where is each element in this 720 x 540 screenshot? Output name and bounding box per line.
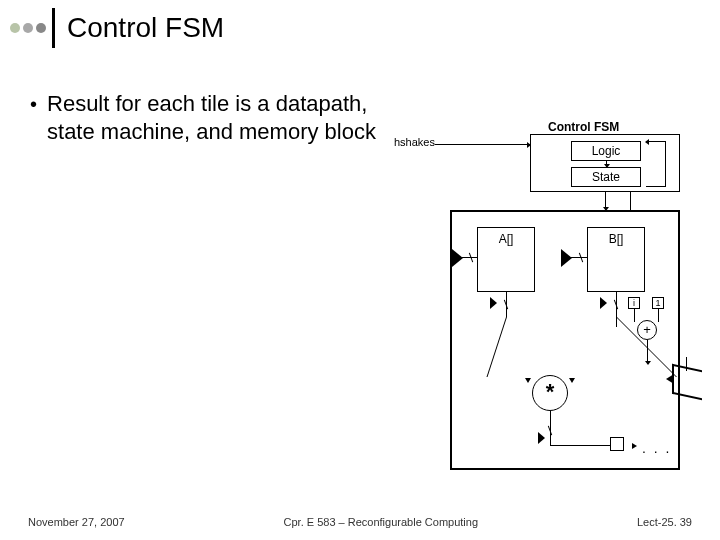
wire (658, 309, 659, 322)
output-shape-icon (672, 364, 702, 400)
handshake-arrow-icon (435, 144, 530, 145)
handshake-label: hshakes (394, 136, 435, 148)
decor-dot (10, 23, 20, 33)
wire (686, 357, 687, 371)
logic-box: Logic (571, 141, 641, 161)
state-box: State (571, 167, 641, 187)
enable-b-icon (600, 297, 607, 309)
arrow-down-icon (605, 192, 606, 210)
bullet-marker: • (30, 92, 37, 116)
footer-date: November 27, 2007 (28, 516, 125, 528)
datapath-box: A[] B[] i 1 + * . . . (450, 210, 680, 470)
bullet-block: • Result for each tile is a datapath, st… (30, 90, 390, 146)
decor-dot (36, 23, 46, 33)
decor-dots (10, 23, 46, 33)
memory-b: B[] (587, 227, 645, 292)
enable-mul-icon (538, 432, 545, 444)
wire (550, 411, 551, 445)
wire (634, 309, 635, 322)
wire (550, 445, 610, 446)
footer-page: Lect-25. 39 (637, 516, 692, 528)
multiplier-icon: * (532, 375, 568, 411)
arrow-icon (606, 161, 607, 167)
addr-b-driver-icon (571, 257, 587, 258)
wire (487, 317, 507, 377)
arrow-left-icon (666, 374, 674, 384)
slide-header: Control FSM (10, 8, 224, 48)
footer-course: Cpr. E 583 – Reconfigurable Computing (284, 516, 478, 528)
slide-footer: November 27, 2007 Cpr. E 583 – Reconfigu… (0, 516, 720, 528)
bullet-text: Result for each tile is a datapath, stat… (47, 90, 390, 146)
fsm-container: Logic State (530, 134, 680, 192)
slide-title: Control FSM (67, 12, 224, 44)
ellipsis-icon: . . . (642, 440, 671, 456)
const-one: 1 (652, 297, 664, 309)
decor-dot (23, 23, 33, 33)
decor-vbar (52, 8, 55, 48)
arrow-down-icon (630, 192, 631, 210)
adder-icon: + (637, 320, 657, 340)
fsm-label: Control FSM (548, 120, 619, 134)
memory-a: A[] (477, 227, 535, 292)
arrow-down-icon (647, 340, 648, 364)
feedback-arrow-icon (646, 141, 666, 187)
i-register: i (628, 297, 640, 309)
result-register (610, 437, 624, 451)
fsm-diagram: Control FSM Logic State hshakes A[] B[] … (400, 120, 700, 490)
enable-a-icon (490, 297, 497, 309)
